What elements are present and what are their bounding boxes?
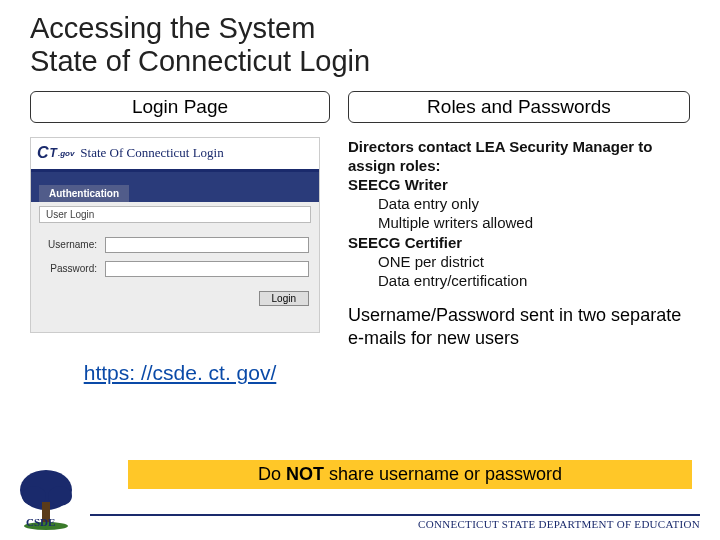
role-writer: SEECG Writer	[348, 175, 690, 194]
login-button-row: Login	[31, 291, 319, 314]
roles-heading: Roles and Passwords	[348, 91, 690, 123]
left-column: Login Page CT.gov State Of Connecticut L…	[30, 91, 330, 385]
login-page-heading: Login Page	[30, 91, 330, 123]
two-column-layout: Login Page CT.gov State Of Connecticut L…	[30, 91, 690, 385]
csde-acronym: CSDE	[26, 516, 55, 528]
title-line-1: Accessing the System	[30, 12, 315, 44]
username-label: Username:	[41, 239, 97, 250]
password-row: Password:	[41, 261, 309, 277]
ctgov-logo: CT.gov	[37, 144, 74, 162]
login-banner-title: State Of Connecticut Login	[80, 145, 223, 161]
portal-url-link[interactable]: https: //csde. ct. gov/	[30, 361, 330, 385]
footer: CSDE CONNECTICUT STATE DEPARTMENT OF EDU…	[0, 468, 720, 532]
login-nav-bar: Authentication	[31, 172, 319, 202]
roles-body: Directors contact LEA Security Manager t…	[348, 137, 690, 291]
login-screenshot: CT.gov State Of Connecticut Login Authen…	[30, 137, 320, 333]
role-certifier-detail-1: ONE per district	[348, 252, 690, 271]
user-login-label: User Login	[39, 206, 311, 223]
login-header: CT.gov State Of Connecticut Login	[31, 138, 319, 172]
username-input[interactable]	[105, 237, 309, 253]
right-column: Roles and Passwords Directors contact LE…	[348, 91, 690, 385]
credentials-note: Username/Password sent in two separate e…	[348, 304, 690, 349]
authentication-tab: Authentication	[39, 185, 129, 202]
svg-point-2	[48, 486, 72, 506]
role-writer-detail-1: Data entry only	[348, 194, 690, 213]
login-form: Username: Password:	[31, 223, 319, 291]
password-label: Password:	[41, 263, 97, 274]
page-title: Accessing the System State of Connecticu…	[30, 12, 690, 79]
role-certifier: SEECG Certifier	[348, 233, 690, 252]
department-name: CONNECTICUT STATE DEPARTMENT OF EDUCATIO…	[418, 518, 700, 530]
role-certifier-detail-2: Data entry/certification	[348, 271, 690, 290]
role-writer-detail-2: Multiple writers allowed	[348, 213, 690, 232]
username-row: Username:	[41, 237, 309, 253]
footer-divider: CONNECTICUT STATE DEPARTMENT OF EDUCATIO…	[90, 514, 700, 532]
roles-intro: Directors contact LEA Security Manager t…	[348, 137, 690, 175]
password-input[interactable]	[105, 261, 309, 277]
title-line-2: State of Connecticut Login	[30, 45, 370, 77]
login-button[interactable]: Login	[259, 291, 309, 306]
credentials-note-bold: Username/Password	[348, 305, 515, 325]
